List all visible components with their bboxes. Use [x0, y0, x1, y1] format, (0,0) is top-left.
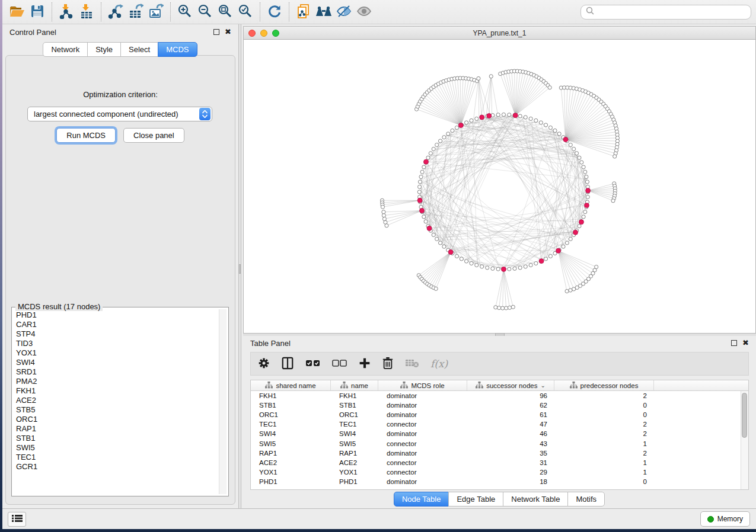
- show-hidden-button[interactable]: [354, 2, 374, 22]
- mcds-result-item[interactable]: ORC1: [14, 415, 218, 424]
- run-mcds-button[interactable]: Run MCDS: [56, 128, 116, 143]
- refresh-network-button[interactable]: [264, 2, 285, 22]
- cell-predecessor-nodes[interactable]: 0: [554, 478, 654, 485]
- cell-predecessor-nodes[interactable]: 1: [554, 440, 654, 447]
- close-table-panel-icon[interactable]: ✖: [742, 340, 749, 346]
- cell-shared-name[interactable]: SWI5: [251, 440, 331, 447]
- cell-name[interactable]: SWI5: [331, 440, 378, 447]
- mcds-result-item[interactable]: SWI5: [14, 443, 218, 453]
- cell-name[interactable]: FKH1: [331, 392, 378, 399]
- cell-shared-name[interactable]: FKH1: [251, 392, 331, 399]
- cell-name[interactable]: RAP1: [331, 450, 378, 457]
- bottom-tab-edge-table[interactable]: Edge Table: [448, 492, 503, 507]
- vertical-splitter-handle[interactable]: [239, 264, 241, 274]
- delete-table-button[interactable]: [405, 358, 419, 370]
- mcds-result-item[interactable]: RAP1: [14, 424, 218, 434]
- cell-successor-nodes[interactable]: 29: [467, 469, 554, 476]
- mcds-result-item[interactable]: SWI4: [14, 358, 218, 367]
- cell-shared-name[interactable]: TEC1: [251, 421, 331, 428]
- deselect-all-button[interactable]: [332, 359, 347, 369]
- import-network-button[interactable]: [56, 2, 76, 22]
- public-databases-button[interactable]: [294, 2, 314, 22]
- cell-MCDS-role[interactable]: dominator: [378, 450, 467, 457]
- cell-shared-name[interactable]: RAP1: [251, 450, 331, 457]
- cell-successor-nodes[interactable]: 47: [467, 421, 554, 428]
- hide-selected-button[interactable]: [334, 2, 354, 22]
- cell-successor-nodes[interactable]: 43: [467, 440, 554, 447]
- cell-shared-name[interactable]: PHD1: [251, 478, 331, 485]
- cell-MCDS-role[interactable]: dominator: [378, 392, 467, 399]
- cell-successor-nodes[interactable]: 96: [467, 392, 554, 399]
- mcds-result-item[interactable]: PMA2: [14, 377, 218, 386]
- column-header-shared-name[interactable]: shared name: [251, 380, 331, 390]
- criterion-dropdown[interactable]: largest connected component (undirected): [27, 107, 212, 121]
- table-row[interactable]: FKH1FKH1dominator962: [251, 391, 741, 400]
- column-header-successor-nodes[interactable]: successor nodes⌄: [467, 380, 554, 390]
- cell-predecessor-nodes[interactable]: 0: [554, 402, 654, 409]
- cell-MCDS-role[interactable]: dominator: [378, 430, 467, 437]
- mcds-result-item[interactable]: ACE2: [14, 396, 218, 405]
- table-row[interactable]: SWI4SWI4dominator462: [251, 429, 741, 438]
- column-header-predecessor-nodes[interactable]: predecessor nodes: [554, 380, 654, 390]
- table-row[interactable]: TEC1TEC1connector472: [251, 419, 741, 429]
- column-settings-button[interactable]: [258, 357, 270, 371]
- cell-shared-name[interactable]: STB1: [251, 402, 331, 409]
- cell-predecessor-nodes[interactable]: 0: [554, 411, 654, 418]
- cell-successor-nodes[interactable]: 18: [467, 478, 554, 485]
- zoom-out-button[interactable]: [195, 2, 215, 22]
- show-log-button[interactable]: [8, 512, 26, 527]
- tab-mcds[interactable]: MCDS: [158, 42, 197, 57]
- cell-MCDS-role[interactable]: connector: [378, 469, 467, 476]
- memory-button[interactable]: Memory: [700, 511, 750, 527]
- export-network-button[interactable]: [106, 2, 126, 22]
- mcds-result-item[interactable]: TID3: [14, 339, 218, 348]
- column-header-name[interactable]: name: [331, 380, 378, 390]
- table-row[interactable]: PHD1PHD1dominator180: [251, 477, 741, 486]
- cell-shared-name[interactable]: SWI4: [251, 430, 331, 437]
- cell-successor-nodes[interactable]: 35: [467, 450, 554, 457]
- close-panel-button[interactable]: Close panel: [123, 128, 184, 143]
- cell-predecessor-nodes[interactable]: 2: [554, 430, 654, 437]
- table-row[interactable]: SWI5SWI5connector431: [251, 438, 741, 448]
- cell-name[interactable]: STB1: [331, 402, 378, 409]
- open-session-button[interactable]: [7, 2, 27, 22]
- bottom-tab-motifs[interactable]: Motifs: [567, 492, 605, 507]
- cell-predecessor-nodes[interactable]: 1: [554, 459, 654, 466]
- export-image-button[interactable]: [146, 2, 166, 22]
- mcds-result-item[interactable]: GCR1: [14, 462, 218, 472]
- zoom-selected-button[interactable]: [235, 2, 256, 22]
- cell-MCDS-role[interactable]: connector: [378, 421, 467, 428]
- cell-MCDS-role[interactable]: dominator: [378, 411, 467, 418]
- network-window-titlebar[interactable]: YPA_prune.txt_1: [244, 27, 755, 40]
- cell-name[interactable]: ACE2: [331, 459, 378, 466]
- mcds-result-scrollbar[interactable]: [219, 309, 227, 494]
- zoom-fit-button[interactable]: [215, 2, 235, 22]
- table-scrollbar-thumb[interactable]: [742, 393, 747, 438]
- table-row[interactable]: RAP1RAP1dominator352: [251, 448, 741, 458]
- network-canvas[interactable]: [244, 40, 755, 333]
- cell-MCDS-role[interactable]: dominator: [378, 478, 467, 485]
- cell-name[interactable]: ORC1: [331, 411, 378, 418]
- search-network-button[interactable]: [314, 2, 334, 22]
- zoom-in-button[interactable]: [175, 2, 195, 22]
- cell-successor-nodes[interactable]: 62: [467, 402, 554, 409]
- cell-predecessor-nodes[interactable]: 2: [554, 421, 654, 428]
- cell-shared-name[interactable]: ORC1: [251, 411, 331, 418]
- mcds-result-item[interactable]: TEC1: [14, 453, 218, 462]
- table-scrollbar[interactable]: [741, 391, 748, 489]
- tab-select[interactable]: Select: [120, 42, 158, 57]
- column-header-MCDS-role[interactable]: MCDS role: [378, 380, 467, 390]
- bottom-tab-network-table[interactable]: Network Table: [503, 492, 568, 507]
- float-table-panel-icon[interactable]: [731, 340, 737, 346]
- save-session-button[interactable]: [27, 2, 47, 22]
- select-all-button[interactable]: [305, 359, 321, 369]
- cell-shared-name[interactable]: YOX1: [251, 469, 331, 476]
- cell-successor-nodes[interactable]: 31: [467, 459, 554, 466]
- mcds-result-item[interactable]: SRD1: [14, 367, 218, 377]
- cell-name[interactable]: TEC1: [331, 421, 378, 428]
- cell-name[interactable]: YOX1: [331, 469, 378, 476]
- table-row[interactable]: STB1STB1dominator620: [251, 400, 741, 410]
- tab-network[interactable]: Network: [43, 42, 88, 57]
- mcds-result-item[interactable]: YOX1: [14, 348, 218, 358]
- close-panel-icon[interactable]: ✖: [225, 29, 231, 35]
